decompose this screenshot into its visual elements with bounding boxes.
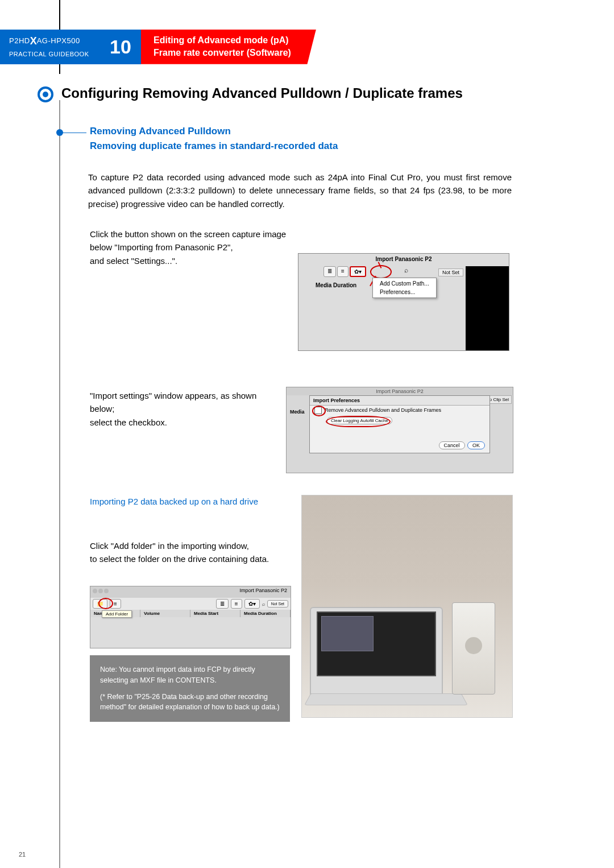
chapter-title-1: Editing of Advanced mode (pA) <box>154 34 291 47</box>
thumbnail <box>321 616 374 651</box>
note-text-2: (* Refer to "P25-26 Data back-up and oth… <box>100 692 280 713</box>
connector-line <box>61 133 86 133</box>
step-1-text: Click the button shown on the screen cap… <box>90 228 290 267</box>
laptop-screen <box>317 611 436 676</box>
not-set-label: Not Set <box>438 268 463 276</box>
callout-oval <box>98 598 113 609</box>
list-icon: ≣ <box>323 266 336 277</box>
fig-title: Import Panasonic P2 <box>287 387 513 395</box>
step-3-text: Click "Add folder" in the importing wind… <box>90 539 294 566</box>
sub-heading-line1: Removing Advanced Pulldown <box>90 124 338 139</box>
gear-icon: ✿▾ <box>350 266 366 277</box>
menu-item: Preferences... <box>373 288 436 296</box>
hard-drive-illustration <box>452 602 495 695</box>
laptop-illustration <box>310 607 443 695</box>
callout-oval <box>370 265 392 279</box>
cancel-button: Cancel <box>439 441 465 449</box>
checkbox-label: Remove Advanced Pulldown and Duplicate F… <box>325 407 441 413</box>
callout-oval <box>312 406 326 416</box>
bullet-icon <box>38 86 53 102</box>
t: below "Importing from Panasonic P2", <box>90 242 233 252</box>
product-line-2: PRACTICAL GUIDEBOOK <box>9 51 100 57</box>
sub-heading-import-hdd: Importing P2 data backed up on a hard dr… <box>90 495 258 508</box>
menu-item: Add Custom Path... <box>373 279 436 288</box>
chapter-title: Editing of Advanced mode (pA) Frame rate… <box>141 30 316 64</box>
add-folder-tooltip: Add Folder <box>102 610 132 618</box>
power-button-icon <box>465 637 482 654</box>
screenshot-import-prefs: Import Panasonic P2 Media No Clip Sel Im… <box>286 387 513 473</box>
t: select the checkbox. <box>90 418 167 427</box>
sub-heading-line2: Removing duplicate frames in standard-re… <box>90 139 338 154</box>
page-number: 21 <box>19 851 26 858</box>
laptop-base <box>304 693 468 705</box>
t: "Import settings" window appears, as sho… <box>90 391 256 414</box>
brand-p2hd: P2HD <box>9 36 30 45</box>
col: Media Duration <box>240 610 291 617</box>
divider <box>59 100 60 868</box>
x-icon: X <box>30 35 37 47</box>
col: Volume <box>140 610 190 617</box>
t: to select the folder on the drive contai… <box>90 554 269 564</box>
fig-title: Import Panasonic P2 <box>298 256 509 262</box>
header: P2HDXAG-HPX500 PRACTICAL GUIDEBOOK 10 Ed… <box>0 30 316 64</box>
fig-title: Import Panasonic P2 <box>90 586 291 598</box>
ok-button: OK <box>467 441 485 449</box>
t: Click "Add folder" in the importing wind… <box>90 541 249 551</box>
screenshot-add-folder: Import Panasonic P2 📁 ≡ ≣ ≡ ✿▾ ⌕ Not Set… <box>90 586 291 648</box>
magnify-icon: ⌕ <box>262 601 265 607</box>
not-set-label: Not Set <box>267 600 288 607</box>
col: Media Start <box>190 610 240 617</box>
chapter-number: 10 <box>100 30 141 64</box>
toolbar-icons: ≣ ≡ ✿▾ <box>323 266 366 277</box>
magnify-icon: ⌕ <box>404 266 408 274</box>
sub-heading-pulldown: Removing Advanced Pulldown Removing dupl… <box>90 124 338 153</box>
product-line-1: P2HDXAG-HPX500 <box>9 35 100 47</box>
media-label: Media <box>290 409 305 415</box>
list-icon: ≣ <box>216 599 229 609</box>
screenshot-import-menu: Import Panasonic P2 ≣ ≡ ✿▾ ⌕ Not Set Med… <box>298 253 509 351</box>
step-2-text: "Import settings" window appears, as sho… <box>90 389 283 429</box>
chapter-title-2: Frame rate converter (Software) <box>154 47 291 59</box>
list-icon: ≡ <box>231 599 242 609</box>
checkbox-row: Remove Advanced Pulldown and Duplicate F… <box>310 406 489 415</box>
button-row: Cancel OK <box>439 439 485 449</box>
brand-model: AG-HPX500 <box>37 36 80 45</box>
preview-pane <box>466 266 509 350</box>
note-text-1: Note: You cannot import data into FCP by… <box>100 664 280 686</box>
gear-icon: ✿▾ <box>244 599 260 609</box>
page-title: Configuring Removing Advanced Pulldown /… <box>61 85 463 101</box>
col-media-duration: Media Duration <box>316 282 356 288</box>
dropdown-menu: Add Custom Path... Preferences... <box>372 278 437 298</box>
note-box: Note: You cannot import data into FCP by… <box>90 655 290 722</box>
traffic-lights-icon <box>93 589 109 593</box>
intro-paragraph: To capture P2 data recorded using advanc… <box>88 171 512 210</box>
toolbar: 📁 ≡ ≣ ≡ ✿▾ ⌕ Not Set <box>90 598 291 610</box>
window-title: Import Preferences <box>310 396 489 406</box>
list-icon: ≡ <box>337 266 349 277</box>
t: Click the button shown on the screen cap… <box>90 229 286 239</box>
photo-laptop-hdd <box>301 495 513 718</box>
brand-box: P2HDXAG-HPX500 PRACTICAL GUIDEBOOK <box>0 30 100 64</box>
callout-oval <box>326 416 391 427</box>
prefs-window: Import Preferences Remove Advanced Pulld… <box>309 395 490 453</box>
t: and select "Settings...". <box>90 256 177 266</box>
